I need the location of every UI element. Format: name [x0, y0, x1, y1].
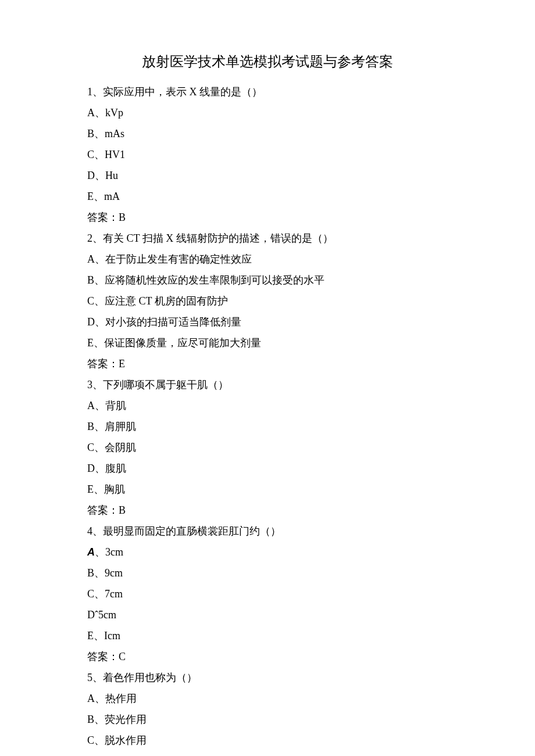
q2-option-b: B、应将随机性效应的发生率限制到可以接受的水平: [87, 270, 448, 291]
q4-option-b: B、9cm: [87, 562, 448, 583]
q4-option-d: Dˆ5cm: [87, 604, 448, 625]
q4-option-c: C、7cm: [87, 583, 448, 604]
q2-stem: 2、有关 CT 扫描 X 线辐射防护的描述，错误的是（）: [87, 228, 448, 249]
q2-option-e: E、保证图像质量，应尽可能加大剂量: [87, 332, 448, 353]
q2-option-a: A、在于防止发生有害的确定性效应: [87, 249, 448, 270]
q3-option-a: A、背肌: [87, 395, 448, 416]
q1-option-d: D、Hu: [87, 165, 448, 186]
q5-option-b: B、荧光作用: [87, 709, 448, 730]
q4-stem: 4、最明显而固定的直肠横裳距肛门约（）: [87, 521, 448, 542]
q3-stem: 3、下列哪项不属于躯干肌（）: [87, 374, 448, 395]
q1-answer: 答案：B: [87, 207, 448, 228]
q4-option-a: A、3cm: [87, 542, 448, 562]
q2-answer: 答案：E: [87, 353, 448, 374]
q5-option-a: A、热作用: [87, 688, 448, 709]
q1-option-e: E、mA: [87, 186, 448, 207]
q5-stem: 5、着色作用也称为（）: [87, 667, 448, 688]
q1-option-c: C、HV1: [87, 144, 448, 165]
q4-a-text: 、3cm: [95, 546, 123, 558]
q2-option-d: D、对小孩的扫描可适当降低剂量: [87, 311, 448, 332]
q4-a-letter: A: [87, 546, 95, 558]
q3-option-d: D、腹肌: [87, 458, 448, 479]
q4-option-e: E、Icm: [87, 625, 448, 646]
q1-option-b: B、mAs: [87, 123, 448, 144]
q3-option-c: C、会阴肌: [87, 437, 448, 458]
document-page: 放射医学技术单选模拟考试题与参考答案 1、实际应用中，表示 X 线量的是（） A…: [0, 0, 535, 756]
q3-option-e: E、胸肌: [87, 479, 448, 500]
doc-title: 放射医学技术单选模拟考试题与参考答案: [87, 52, 448, 71]
q2-option-c: C、应注意 CT 机房的固有防护: [87, 291, 448, 311]
q4-answer: 答案：C: [87, 646, 448, 667]
q3-option-b: B、肩胛肌: [87, 416, 448, 437]
q5-option-c: C、脱水作用: [87, 730, 448, 751]
q3-answer: 答案：B: [87, 500, 448, 521]
q1-option-a: A、kVp: [87, 102, 448, 123]
q1-stem: 1、实际应用中，表示 X 线量的是（）: [87, 81, 448, 102]
